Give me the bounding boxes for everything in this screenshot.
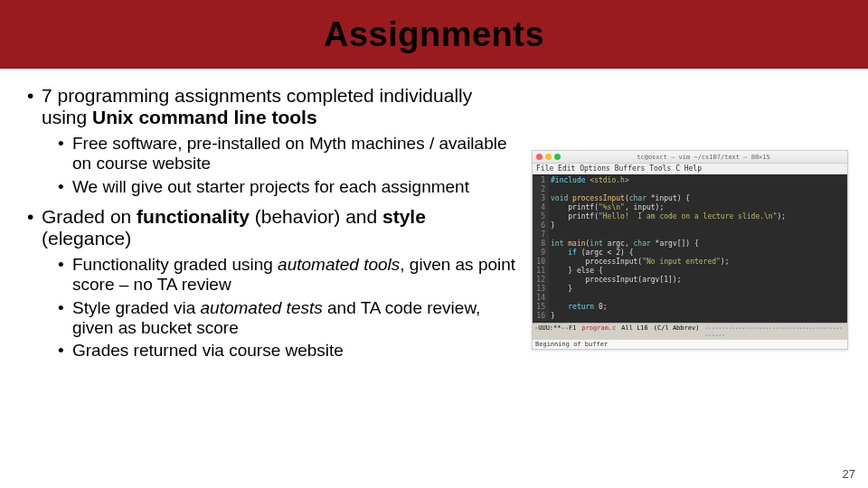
editor-statusbar: -UUU:**--F1 program.c All L16 (C/l Abbre…: [533, 323, 847, 340]
slide-body: • 7 programming assignments completed in…: [0, 69, 868, 361]
code-editor: 1#include <stdio.h> 2 3void processInput…: [533, 174, 847, 323]
bullet-item: • 7 programming assignments completed in…: [27, 85, 520, 197]
minimize-icon: [545, 154, 552, 160]
bullet-dot: •: [27, 206, 42, 249]
bullet-item: • Graded on functionality (behavior) and…: [27, 206, 520, 361]
editor-minibuffer: Beginning of buffer: [533, 340, 847, 349]
zoom-icon: [554, 154, 561, 160]
bullet-text: Graded on functionality (behavior) and s…: [42, 206, 520, 249]
bullet-text: 7 programming assignments completed indi…: [42, 85, 520, 128]
window-title: tc@osxct — vim ~/cs107/text — 80×15: [563, 154, 844, 161]
sub-bullet-item: •We will give out starter projects for e…: [58, 177, 520, 197]
slide-title: Assignments: [324, 15, 544, 54]
bullet-dot: •: [27, 85, 42, 128]
window-titlebar: tc@osxct — vim ~/cs107/text — 80×15: [533, 151, 847, 164]
sub-bullet-item: •Functionality graded using automated to…: [58, 255, 520, 295]
sub-bullet-item: •Style graded via automated tests and TA…: [58, 298, 520, 338]
sub-bullet-item: •Grades returned via course website: [58, 341, 520, 361]
slide-header: Assignments: [0, 0, 868, 69]
editor-menubar: File Edit Options Buffers Tools C Help: [533, 164, 847, 174]
page-number: 27: [843, 467, 855, 481]
sub-bullet-item: •Free software, pre-installed on Myth ma…: [58, 134, 520, 174]
code-editor-figure: tc@osxct — vim ~/cs107/text — 80×15 File…: [532, 150, 848, 350]
close-icon: [536, 154, 542, 160]
text-column: • 7 programming assignments completed in…: [27, 85, 520, 361]
